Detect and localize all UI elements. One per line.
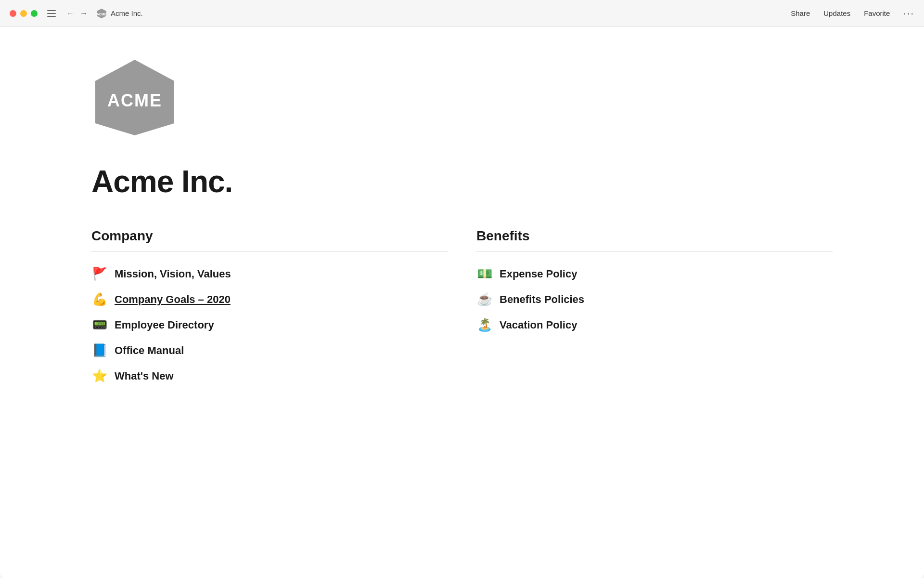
page-heading: Acme Inc. — [91, 164, 833, 199]
forward-button[interactable]: → — [78, 8, 90, 19]
whats-new-item[interactable]: ⭐ What's New — [91, 364, 448, 388]
benefits-section-divider — [476, 251, 833, 252]
vacation-policy-item[interactable]: 🏝️ Vacation Policy — [476, 313, 833, 337]
expense-policy-label: Expense Policy — [500, 268, 577, 280]
maximize-button[interactable] — [31, 10, 38, 17]
traffic-lights — [10, 10, 38, 17]
updates-button[interactable]: Updates — [823, 9, 850, 17]
close-button[interactable] — [10, 10, 16, 17]
office-manual-label: Office Manual — [115, 344, 184, 357]
desert-island-icon: 🏝️ — [476, 317, 493, 332]
flag-icon: 🚩 — [91, 266, 108, 281]
acme-favicon-icon: ACME — [96, 8, 107, 19]
benefits-section: Benefits 💵 Expense Policy ☕ Benefits Pol… — [476, 228, 833, 388]
app-window: ← → ACME Acme Inc. Share Updates Favorit… — [0, 0, 924, 578]
benefits-policies-label: Benefits Policies — [500, 293, 584, 306]
share-button[interactable]: Share — [791, 9, 810, 17]
money-with-wings-icon: 💵 — [476, 266, 493, 281]
whats-new-label: What's New — [115, 370, 174, 382]
back-button[interactable]: ← — [64, 8, 76, 19]
acme-logo-icon: ACME — [91, 56, 178, 138]
flexed-biceps-icon: 💪 — [91, 292, 108, 307]
company-goals-item[interactable]: 💪 Company Goals – 2020 — [91, 287, 448, 312]
more-options-button[interactable]: ··· — [903, 8, 914, 19]
employee-directory-label: Employee Directory — [115, 319, 214, 331]
benefits-section-title: Benefits — [476, 228, 833, 244]
favorite-button[interactable]: Favorite — [864, 9, 890, 17]
page-title: Acme Inc. — [111, 9, 143, 17]
company-section-title: Company — [91, 228, 448, 244]
blue-book-icon: 📘 — [91, 343, 108, 358]
main-content: ACME Acme Inc. Company 🚩 Mission, Vision… — [0, 27, 924, 578]
mission-vision-values-label: Mission, Vision, Values — [115, 268, 231, 280]
hamburger-line — [47, 16, 56, 17]
hamburger-line — [47, 13, 56, 14]
company-section-divider — [91, 251, 448, 252]
star-icon: ⭐ — [91, 368, 108, 383]
logo-container: ACME — [91, 56, 833, 140]
office-manual-item[interactable]: 📘 Office Manual — [91, 338, 448, 363]
mission-vision-values-item[interactable]: 🚩 Mission, Vision, Values — [91, 262, 448, 286]
company-goals-label: Company Goals – 2020 — [115, 293, 231, 306]
coffee-icon: ☕ — [476, 292, 493, 307]
benefits-items-list: 💵 Expense Policy ☕ Benefits Policies 🏝️ … — [476, 262, 833, 337]
sections-grid: Company 🚩 Mission, Vision, Values 💪 Comp… — [91, 228, 833, 388]
employee-directory-item[interactable]: 📟 Employee Directory — [91, 313, 448, 337]
benefits-policies-item[interactable]: ☕ Benefits Policies — [476, 287, 833, 312]
svg-text:ACME: ACME — [97, 13, 107, 16]
hamburger-menu-icon[interactable] — [47, 10, 56, 17]
pager-icon: 📟 — [91, 317, 108, 332]
company-section: Company 🚩 Mission, Vision, Values 💪 Comp… — [91, 228, 448, 388]
vacation-policy-label: Vacation Policy — [500, 319, 577, 331]
svg-text:ACME: ACME — [107, 91, 162, 110]
hamburger-line — [47, 10, 56, 11]
page-title-bar: ACME Acme Inc. — [96, 8, 143, 19]
nav-arrows: ← → — [64, 8, 90, 19]
company-items-list: 🚩 Mission, Vision, Values 💪 Company Goal… — [91, 262, 448, 388]
titlebar-actions: Share Updates Favorite ··· — [791, 8, 914, 19]
titlebar: ← → ACME Acme Inc. Share Updates Favorit… — [0, 0, 924, 27]
minimize-button[interactable] — [20, 10, 27, 17]
expense-policy-item[interactable]: 💵 Expense Policy — [476, 262, 833, 286]
